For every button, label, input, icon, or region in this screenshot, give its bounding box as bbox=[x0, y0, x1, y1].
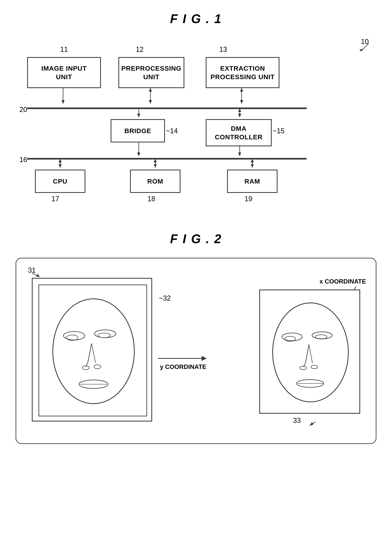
ref-19: 19 bbox=[245, 195, 252, 203]
preprocessing-unit-box: PREPROCESSING UNIT bbox=[118, 57, 184, 88]
svg-point-34 bbox=[98, 333, 110, 338]
svg-marker-8 bbox=[240, 88, 243, 92]
ref-15: ~15 bbox=[273, 127, 285, 135]
arrow-bus16-ram bbox=[248, 159, 256, 171]
svg-marker-20 bbox=[59, 159, 62, 162]
svg-line-35 bbox=[88, 343, 91, 363]
ref-11: 11 bbox=[60, 45, 68, 54]
ref-18: 18 bbox=[147, 195, 155, 203]
svg-marker-27 bbox=[251, 164, 254, 168]
svg-marker-5 bbox=[149, 88, 152, 92]
ram-box: RAM bbox=[227, 170, 278, 193]
ref-32: ~32 bbox=[159, 294, 171, 302]
svg-line-51 bbox=[305, 345, 309, 363]
arrow-10 bbox=[357, 42, 373, 53]
ref-33: 33 bbox=[293, 416, 301, 425]
ref-13: 13 bbox=[219, 45, 227, 54]
svg-marker-43 bbox=[202, 356, 206, 361]
svg-line-53 bbox=[309, 345, 312, 363]
bus-16 bbox=[27, 158, 307, 160]
ref-12: 12 bbox=[136, 45, 144, 54]
left-face-frame: ~32 bbox=[32, 278, 152, 422]
arrow-extract-updown bbox=[238, 88, 245, 108]
image-input-unit-box: IMAGE INPUT UNIT bbox=[27, 57, 101, 88]
ref-14: ~14 bbox=[166, 127, 178, 135]
arrow-31 bbox=[32, 271, 43, 279]
svg-point-32 bbox=[66, 335, 78, 340]
arrow-left-right bbox=[158, 354, 212, 363]
svg-marker-14 bbox=[238, 114, 241, 117]
svg-point-39 bbox=[94, 365, 101, 369]
arrow-bridge-bus16 bbox=[135, 142, 143, 159]
face-svg-left bbox=[39, 285, 148, 417]
ref-16: 16 bbox=[19, 156, 27, 164]
svg-point-33 bbox=[95, 330, 116, 338]
fig1-title: F I G . 1 bbox=[15, 12, 377, 26]
dma-controller-box: DMA CONTROLLER bbox=[206, 119, 272, 146]
svg-point-30 bbox=[53, 299, 134, 404]
arrow-bus-bridge bbox=[135, 109, 143, 120]
svg-marker-26 bbox=[251, 159, 254, 162]
ref-17: 17 bbox=[51, 195, 59, 203]
cpu-box: CPU bbox=[35, 170, 85, 193]
arrow-dma-bus bbox=[236, 109, 244, 120]
svg-marker-9 bbox=[240, 100, 243, 104]
rom-box: ROM bbox=[130, 170, 181, 193]
fig1-diagram: 10 11 12 13 IMAGE INPUT UNIT PREPROCESSI… bbox=[15, 38, 377, 212]
svg-marker-59 bbox=[310, 422, 313, 426]
bridge-box: BRIDGE bbox=[111, 119, 165, 142]
svg-line-37 bbox=[91, 343, 96, 363]
extraction-processing-unit-box: EXTRACTION PROCESSING UNIT bbox=[206, 57, 280, 88]
arrow-image-down bbox=[59, 88, 67, 108]
svg-point-54 bbox=[300, 366, 306, 370]
fig2-diagram: 31 ~32 bbox=[15, 258, 377, 444]
svg-point-50 bbox=[315, 335, 327, 339]
svg-line-0 bbox=[361, 43, 369, 51]
svg-marker-16 bbox=[137, 153, 140, 156]
arrow-bus16-cpu bbox=[56, 159, 64, 171]
svg-marker-23 bbox=[154, 159, 157, 162]
svg-marker-11 bbox=[137, 114, 140, 117]
svg-point-55 bbox=[311, 365, 318, 369]
svg-point-49 bbox=[312, 332, 332, 339]
svg-marker-18 bbox=[238, 153, 241, 156]
bus-20 bbox=[27, 108, 307, 109]
svg-marker-24 bbox=[154, 164, 157, 168]
svg-marker-13 bbox=[238, 109, 241, 112]
arrow-bus16-rom bbox=[151, 159, 159, 171]
arrow-33 bbox=[308, 420, 319, 428]
svg-marker-6 bbox=[149, 100, 152, 104]
right-face-frame: 33 bbox=[259, 290, 360, 414]
y-coordinate-label: y COORDINATE bbox=[160, 363, 206, 370]
svg-marker-3 bbox=[62, 100, 65, 104]
ref-20: 20 bbox=[19, 105, 27, 114]
arrow-dma-bus16 bbox=[236, 145, 244, 159]
svg-marker-21 bbox=[59, 164, 62, 168]
x-coordinate-label: x COORDINATE bbox=[320, 278, 366, 285]
face-svg-right bbox=[260, 290, 361, 415]
fig2-title: F I G . 2 bbox=[15, 232, 377, 246]
inner-face-frame bbox=[38, 284, 147, 416]
arrow-preproc-updown bbox=[147, 88, 154, 108]
